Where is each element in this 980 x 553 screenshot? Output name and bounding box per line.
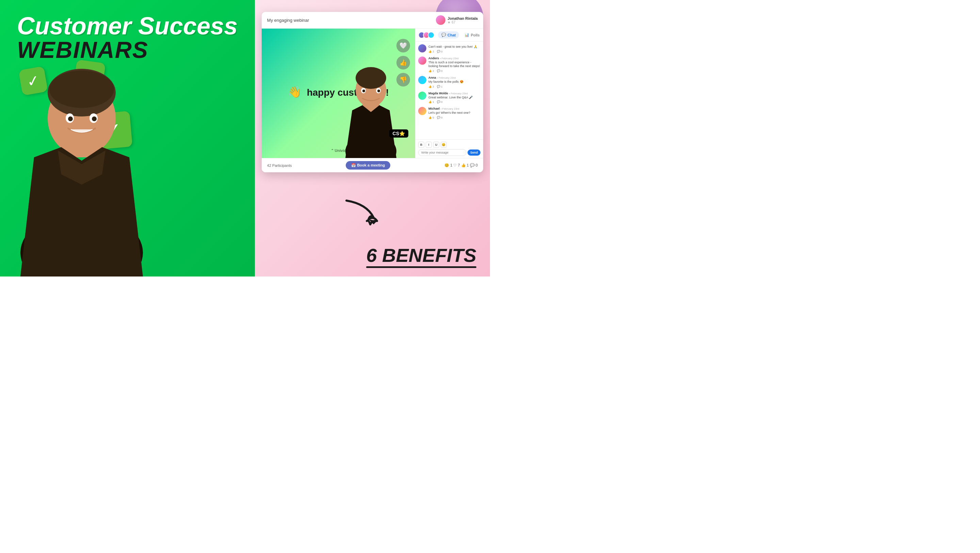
like-reaction: 👍 2 xyxy=(428,50,434,53)
chat-username: Anna • February 23rd xyxy=(428,76,480,79)
title-webinars: WEBINARS xyxy=(17,38,238,61)
left-panel: Customer Success WEBINARS ✓ ✓ ✓ xyxy=(0,0,255,276)
chat-message-item: Anna • February 23rd My favorite is the … xyxy=(418,76,480,88)
video-area: 👋 happy customers! 🤍 👍 👎 xyxy=(262,29,415,158)
reaction-heart: 🤍 xyxy=(396,39,410,53)
like-reaction: 👍 1 xyxy=(428,100,434,104)
host-info: Jonathan Rintala ★ 67 xyxy=(447,16,478,24)
svg-point-12 xyxy=(356,67,386,89)
chat-username: Michael • February 23rd xyxy=(428,107,480,110)
mockup-user: Jonathan Rintala ★ 67 xyxy=(436,15,478,25)
floating-reactions: 🤍 👍 👎 xyxy=(396,39,410,86)
chat-avatar xyxy=(418,57,426,65)
polls-tab-btn[interactable]: 📊 Polls xyxy=(461,31,483,38)
host-stars: ★ 67 xyxy=(447,21,478,24)
univid-logo: ⌃ Univid xyxy=(331,148,347,153)
reaction-thumb-up: 👍 xyxy=(396,56,410,70)
video-person xyxy=(344,63,398,158)
chat-message-content: Magda Wolde • February 23rd Great webina… xyxy=(428,92,480,104)
reaction-counts: 😊 1 ♡ 7 👍 1 💬 0 xyxy=(444,163,478,167)
chat-text: Can't wait - great to see you live! 🙏 xyxy=(428,45,480,49)
mini-avatar-3 xyxy=(428,32,434,38)
svg-point-7 xyxy=(68,116,73,121)
chat-tool-button[interactable]: I xyxy=(426,142,432,148)
svg-point-16 xyxy=(377,89,380,92)
chat-message-content: Anna • February 23rd My favorite is the … xyxy=(428,76,480,88)
video-person-svg xyxy=(344,63,398,158)
chat-avatar xyxy=(418,76,426,84)
like-reaction: 👍 2 xyxy=(428,70,434,73)
chat-date: • February 23rd xyxy=(440,57,459,60)
chat-tool-button[interactable]: 😊 xyxy=(441,142,447,148)
title-section: Customer Success WEBINARS xyxy=(17,14,238,61)
comment-reaction: 💬 1 xyxy=(437,85,443,88)
chat-tab-label: Chat xyxy=(447,33,456,37)
chat-text: My favorite is the polls 😍 xyxy=(428,80,480,84)
chat-message-item: Magda Wolde • February 23rd Great webina… xyxy=(418,92,480,104)
webinar-mockup: My engaging webinar Jonathan Rintala ★ 6… xyxy=(262,12,483,172)
chat-reactions: 👍 2 💬 0 xyxy=(428,50,480,53)
mockup-body: 👋 happy customers! 🤍 👍 👎 xyxy=(262,29,483,158)
chat-reactions: 👍 0 💬 0 xyxy=(428,116,480,119)
mockup-header: My engaging webinar Jonathan Rintala ★ 6… xyxy=(262,12,483,29)
chat-username: Magda Wolde • February 23rd xyxy=(428,92,480,95)
mockup-title: My engaging webinar xyxy=(267,18,309,23)
chat-message-item: Michael • February 23rd Let's go! When's… xyxy=(418,107,480,119)
chat-text: Let's go! When's the next one? xyxy=(428,111,480,115)
benefits-underline xyxy=(366,266,476,268)
chat-input[interactable] xyxy=(418,149,466,156)
chat-message-content: Michael • February 23rd Let's go! When's… xyxy=(428,107,480,119)
comment-reaction: 💬 0 xyxy=(437,70,443,73)
chat-date: • February 23rd xyxy=(441,107,460,110)
chat-username: Anders • February 23rd xyxy=(428,57,480,60)
chat-reactions: 👍 2 💬 1 xyxy=(428,85,480,88)
mockup-bottom: 42 Participants 📅 Book a meeting 😊 1 ♡ 7… xyxy=(262,158,483,172)
chat-panel: 💬 Chat 📊 Polls Can't wait - gr xyxy=(415,29,483,158)
chat-avatar xyxy=(418,44,426,53)
arrow-decoration xyxy=(340,197,380,236)
chat-tabs: 💬 Chat 📊 Polls xyxy=(415,29,483,41)
chat-text: This is such a cool experience - looking… xyxy=(428,61,480,69)
chat-message-content: Anders • February 23rd This is such a co… xyxy=(428,57,480,73)
host-name: Jonathan Rintala xyxy=(447,16,478,21)
svg-point-4 xyxy=(49,70,114,108)
chat-icon: 💬 xyxy=(441,33,446,37)
comment-reaction: 💬 0 xyxy=(437,100,443,104)
chat-tool-button[interactable]: B xyxy=(418,142,424,148)
benefits-section: 6 BENEFITS xyxy=(366,246,476,268)
participants-count: 42 Participants xyxy=(267,163,292,167)
chat-tab-btn[interactable]: 💬 Chat xyxy=(438,31,459,38)
speaker-badge: CS⭐ xyxy=(389,129,408,137)
chat-input-row: Send xyxy=(418,149,480,156)
comment-reaction: 💬 0 xyxy=(437,50,443,53)
right-panel: My engaging webinar Jonathan Rintala ★ 6… xyxy=(255,0,490,276)
chat-date: • February 23rd xyxy=(449,92,468,95)
arrow-svg xyxy=(340,197,380,231)
chat-avatar xyxy=(418,107,426,115)
wave-emoji: 👋 xyxy=(288,86,301,98)
send-button[interactable]: Send xyxy=(468,150,480,156)
chat-text: Great webinar. Love the Q&A 🎤 xyxy=(428,96,480,100)
reaction-thumb-down: 👎 xyxy=(396,73,410,86)
chat-toolbar: BIU😊 xyxy=(418,142,480,148)
chat-tool-button[interactable]: U xyxy=(433,142,439,148)
polls-tab-label: Polls xyxy=(471,33,479,37)
polls-icon: 📊 xyxy=(465,33,469,37)
svg-point-8 xyxy=(92,116,97,121)
chat-message-item: Anders • February 23rd This is such a co… xyxy=(418,57,480,73)
like-reaction: 👍 0 xyxy=(428,116,434,119)
chat-avatar xyxy=(418,92,426,100)
chat-date: • February 23rd xyxy=(437,76,456,79)
svg-point-15 xyxy=(363,89,365,92)
chat-reactions: 👍 2 💬 0 xyxy=(428,70,480,73)
person-svg xyxy=(14,55,150,276)
host-avatar xyxy=(436,15,445,25)
benefits-text: 6 BENEFITS xyxy=(366,246,476,265)
like-reaction: 👍 2 xyxy=(428,85,434,88)
comment-reaction: 💬 0 xyxy=(437,116,443,119)
book-meeting-button[interactable]: 📅 Book a meeting xyxy=(346,161,390,170)
person-area xyxy=(10,45,153,276)
chat-message-content: Can't wait - great to see you live! 🙏 👍 … xyxy=(428,44,480,53)
chat-messages: Can't wait - great to see you live! 🙏 👍 … xyxy=(415,41,483,139)
chat-reactions: 👍 1 💬 0 xyxy=(428,100,480,104)
